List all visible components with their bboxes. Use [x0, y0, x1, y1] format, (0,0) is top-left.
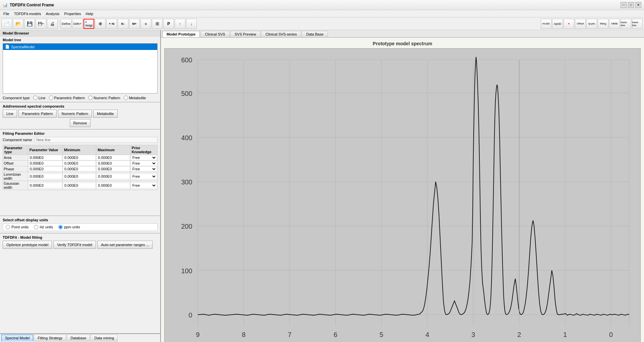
param-min-3[interactable] [63, 174, 95, 179]
btn-parametric[interactable]: Parametric Pattern [18, 110, 57, 118]
toolbar-hcstd[interactable]: HcstD [541, 19, 551, 29]
toolbar-nadd[interactable]: +↑N [106, 19, 117, 29]
btn-line[interactable]: Line [3, 110, 17, 118]
param-max-4[interactable] [97, 183, 129, 188]
btn-optimize[interactable]: Optimize prototype model [3, 241, 52, 249]
tree-item-spectralmodel[interactable]: 📄 SpectralModel [3, 44, 157, 50]
toolbar-filling2[interactable]: tp:pts [586, 19, 597, 29]
param-value-2[interactable] [29, 167, 62, 171]
param-prior-2[interactable]: FreeFixedSoft [131, 167, 157, 171]
menu-file[interactable]: File [1, 11, 11, 16]
model-tree[interactable]: 📄 SpectralModel [3, 43, 158, 94]
tab-spectral-model[interactable]: Spectral Model [1, 335, 33, 341]
toolbar-baseline1[interactable]: MMB [609, 19, 620, 29]
toolbar-offset[interactable]: ● [564, 19, 574, 29]
toolbar-define2[interactable]: Defn+ [72, 19, 83, 29]
maximize-button[interactable]: □ [628, 2, 634, 8]
component-type-numeric[interactable]: Numeric Pattern [88, 96, 120, 100]
svg-text:5: 5 [379, 331, 383, 338]
offset-ppm[interactable]: ppm units [58, 225, 80, 229]
btn-numeric[interactable]: Numeric Pattern [58, 110, 92, 118]
param-max-1[interactable] [97, 161, 129, 166]
component-name-input[interactable] [35, 137, 158, 143]
param-value-1[interactable] [29, 161, 62, 166]
fitting-editor-header: Fitting Parameter Editor [3, 131, 158, 135]
toolbar-mmb[interactable]: filling [598, 19, 608, 29]
param-value-0[interactable] [29, 155, 62, 160]
component-name-label: Component name [3, 138, 32, 142]
btn-metabolite[interactable]: Metabolite [93, 110, 118, 118]
toolbar-saveas[interactable]: 💾+ [36, 19, 46, 29]
menu-tdfdfitmodels[interactable]: TDFDFit-models [12, 11, 43, 16]
toolbar-new[interactable]: 📄 [1, 19, 12, 29]
component-type-parametric[interactable]: Parametric Pattern [49, 96, 85, 100]
title-bar-controls: ─ □ ✕ [621, 2, 641, 8]
toolbar-print[interactable]: 🖨 [47, 19, 58, 29]
toolbar-baseline2[interactable]: base-line [621, 19, 631, 29]
param-min-0[interactable] [63, 155, 95, 160]
toolbar-filling[interactable]: Offset [575, 19, 586, 29]
svg-text:4: 4 [425, 331, 429, 338]
tab-database[interactable]: Database [67, 335, 90, 341]
toolbar-plus[interactable]: + [140, 19, 151, 29]
toolbar-sep1 [59, 20, 59, 28]
svg-text:3: 3 [471, 331, 475, 338]
tab-clinical-svs[interactable]: Clinical SVS [200, 31, 230, 37]
toolbar-baseline3[interactable]: base-line [632, 19, 643, 29]
model-browser: Model tree 📄 SpectralModel Component typ… [0, 37, 160, 101]
param-min-2[interactable] [63, 167, 95, 171]
toolbar-define1[interactable]: Define [61, 19, 71, 29]
param-min-1[interactable] [63, 161, 95, 166]
param-prior-3[interactable]: FreeFixedSoft [131, 174, 157, 179]
divider-2 [0, 129, 160, 129]
menu-analysis[interactable]: Analysis [44, 11, 61, 16]
close-button[interactable]: ✕ [635, 2, 641, 8]
tab-clinical-svs-series[interactable]: Clinical SVS-series [261, 31, 301, 37]
toolbar-nremove[interactable]: N↓ [118, 19, 128, 29]
minimize-button[interactable]: ─ [621, 2, 627, 8]
svg-text:300: 300 [181, 178, 192, 186]
component-type-metabolite[interactable]: Metabolite [124, 96, 146, 100]
param-row-2: PhaseFreeFixedSoft [3, 166, 158, 172]
tab-data-mining[interactable]: Data mining [91, 335, 118, 341]
toolbar-grid[interactable]: ⊞ [152, 19, 163, 29]
toolbar-save[interactable]: 💾 [24, 19, 35, 29]
title-bar-left: 📊 TDFDFit Control Frame [3, 3, 54, 7]
menu-properties[interactable]: Properties [62, 11, 83, 16]
param-prior-0[interactable]: FreeFixedSoft [131, 155, 157, 160]
tab-svs-preview[interactable]: SVS Preview [230, 31, 260, 37]
svg-rect-0 [165, 49, 640, 342]
toolbar-apod[interactable]: ApoD [552, 19, 563, 29]
param-type-1: Offset [3, 161, 28, 166]
offset-hz[interactable]: Hz units [34, 225, 53, 229]
btn-verify[interactable]: Verify TDFDFit model [53, 241, 96, 249]
toolbar-open[interactable]: 📂 [13, 19, 23, 29]
param-prior-4[interactable]: FreeFixedSoft [131, 183, 157, 188]
toolbar-up[interactable]: ↑ [175, 19, 185, 29]
param-min-4[interactable] [63, 183, 95, 188]
toolbar-down[interactable]: ↓ [186, 19, 197, 29]
chart-area: Prototype model spectrum [161, 38, 644, 342]
param-max-2[interactable] [97, 167, 129, 171]
tab-data-base[interactable]: Data Base [302, 31, 328, 37]
btn-remove[interactable]: Remove [70, 119, 91, 127]
app-title: TDFDFit Control Frame [10, 3, 54, 7]
menu-help[interactable]: Help [84, 11, 96, 16]
param-value-4[interactable] [29, 183, 62, 188]
toolbar-p[interactable]: P [163, 19, 174, 29]
param-max-0[interactable] [97, 155, 129, 160]
component-type-line[interactable]: Line [33, 96, 46, 100]
toolbar-addvoigt[interactable]: +Voigt [83, 19, 94, 29]
offset-point[interactable]: Point units [6, 225, 28, 229]
param-max-3[interactable] [97, 174, 129, 179]
tab-model-prototype[interactable]: Model Prototype [162, 31, 200, 37]
tab-fitting-strategy[interactable]: Fitting Strategy [34, 335, 66, 341]
tree-item-label: SpectralModel [11, 45, 35, 49]
param-prior-1[interactable]: FreeFixedSoft [131, 161, 157, 166]
chart-container[interactable]: 0 100 200 300 400 500 600 9 8 7 6 5 4 3 [164, 48, 641, 342]
toolbar-add2[interactable]: ⊕ [95, 19, 106, 29]
add-remove-header: Add/removed spectral components [3, 104, 158, 108]
toolbar-mplus[interactable]: M+ [129, 19, 140, 29]
param-value-3[interactable] [29, 174, 62, 179]
btn-autoset[interactable]: Auto-set parameter ranges ... [97, 241, 153, 249]
